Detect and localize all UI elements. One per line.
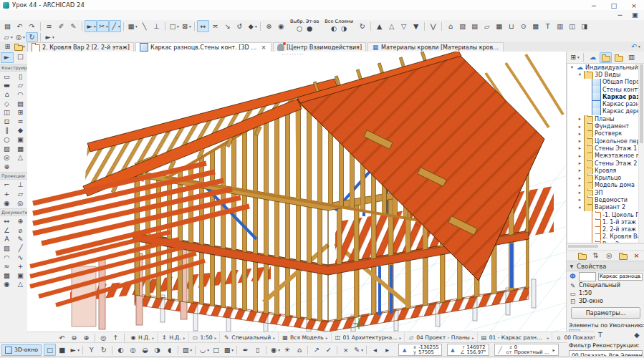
coordinate-tracker[interactable]: ╱ z0 отПроектный ... ▸ <box>494 344 559 356</box>
tree-item[interactable]: ▸ Стены Этаж 1 <box>567 145 644 152</box>
toolbar-button[interactable]: ↺ <box>234 20 246 32</box>
scale-row[interactable]: ▭ 1:50 <box>567 289 644 297</box>
toolbox-tool[interactable]: ▤ <box>15 99 27 108</box>
tree-item[interactable]: ▸ Ведомости <box>567 196 644 203</box>
tree-item[interactable]: ▸ Межэтажное перекрытие <box>567 153 644 160</box>
toolbar-button[interactable]: ▦▾ <box>126 20 138 32</box>
tree-item[interactable]: ▾ ☁ Индивидуальный жилой дом в п <box>567 64 644 71</box>
toolbox-tool[interactable]: ▩ <box>1 271 13 280</box>
tree-item[interactable]: Общая Перспектива <box>567 79 644 86</box>
toolbox-tool[interactable]: ▨ <box>1 144 13 153</box>
toolbar-button[interactable]: ►▾ <box>43 32 55 42</box>
navigator-header-button[interactable] <box>600 52 612 63</box>
view-mode-button[interactable]: ■ <box>56 344 68 356</box>
toolbox-tool[interactable]: ▬ <box>1 81 13 90</box>
view-mode-button[interactable]: ▯ <box>251 344 264 356</box>
view-mode-button[interactable]: ◎ <box>127 344 139 356</box>
tree-item[interactable]: ▾ 3D Виды <box>567 71 644 78</box>
toolbar-button[interactable]: Т <box>542 20 554 32</box>
view-control-button[interactable]: ◎ <box>97 332 110 343</box>
toolbar-button[interactable]: ╲ <box>138 20 150 32</box>
navigator-action-button[interactable]: ⇅ <box>590 251 602 261</box>
view-mode-button[interactable]: ◂ <box>369 344 381 356</box>
tree-expand-arrow[interactable]: ▸ <box>577 131 582 137</box>
tree-item[interactable]: ▸ Стены Этаж 2 <box>567 160 644 167</box>
tree-item[interactable]: ▸ Ростверк <box>567 130 644 137</box>
tree-horizontal-scrollbar[interactable] <box>567 243 644 251</box>
toolbox-tool[interactable]: ▦ <box>15 144 27 153</box>
toolbox-tool[interactable]: + <box>15 262 27 271</box>
3d-model-timber-frame-house[interactable] <box>27 52 566 332</box>
coordinate-tracker[interactable]: ▲ r146972 ∠156,97° <box>447 344 489 356</box>
palette-grip[interactable]: ········· <box>282 52 304 58</box>
quick-option-dropdown[interactable]: ▭ 1:50 <box>189 332 221 343</box>
view-mode-button[interactable]: ◖ <box>163 344 176 356</box>
tree-expand-arrow[interactable]: ▸ <box>577 190 582 195</box>
toolbox-tool[interactable]: ⊞ <box>15 108 27 117</box>
toolbox-tool[interactable]: ◠ <box>1 253 13 262</box>
tree-expand-arrow[interactable]: ▸ <box>577 175 582 181</box>
tab-history-button[interactable]: ↶▾ <box>629 42 641 52</box>
toolbar-button[interactable]: ⊔ <box>505 20 517 32</box>
view-mode-button[interactable]: ⌂ <box>293 344 305 356</box>
view-control-button[interactable]: ⊖ <box>68 332 80 343</box>
tree-item[interactable]: ▸ Крыльцо <box>567 174 644 181</box>
document-tab[interactable]: 2. Кровля Вар 2 [2. 2-й этаж] <box>27 42 134 52</box>
view-mode-button[interactable]: ◑ <box>151 344 163 356</box>
3d-viewport[interactable]: ········· <box>27 52 566 332</box>
toolbar-button[interactable]: ⊥ <box>150 20 163 32</box>
id-field[interactable] <box>598 273 643 281</box>
toolbar-button[interactable]: ▦ <box>493 20 505 32</box>
view-mode-button[interactable]: Y <box>85 344 97 356</box>
quick-option-dropdown[interactable]: ▤ 01 - Каркас разноц... <box>478 332 553 343</box>
tree-expand-arrow[interactable]: ▸ <box>577 124 582 130</box>
tree-item[interactable]: Каркас разноцв. <box>567 100 644 107</box>
close-x-icon[interactable]: × <box>260 44 267 51</box>
navigator-header-button[interactable]: ☁ <box>587 52 599 63</box>
doc-control-button[interactable]: ▣ <box>629 10 641 20</box>
favorites-button[interactable]: ◆ <box>631 329 643 341</box>
id-field-small[interactable] <box>579 272 596 281</box>
tree-item[interactable]: ▸ Модель дома <box>567 182 644 189</box>
toolbox-tool[interactable]: + <box>1 190 13 199</box>
toolbar-button[interactable]: ▩ <box>529 20 542 32</box>
toolbar-button[interactable]: ↷ <box>26 20 38 32</box>
toolbar-button[interactable]: □▾ <box>168 20 180 32</box>
tree-vertical-scrollbar[interactable] <box>638 64 644 243</box>
tree-expand-arrow[interactable]: ▸ <box>577 183 582 188</box>
view-mode-button[interactable]: ▩▾ <box>222 344 234 356</box>
toolbox-tool[interactable]: ⌀ <box>15 226 27 236</box>
toolbar-button[interactable]: ⊗ <box>263 20 275 32</box>
toolbox-tool[interactable]: ▯ <box>15 72 27 82</box>
toolbox-tool[interactable]: ≡ <box>15 117 27 127</box>
navigator-tree[interactable]: ▾ ☁ Индивидуальный жилой дом в п ▾ 3D Ви… <box>567 63 644 243</box>
scrollbar-thumb[interactable] <box>640 64 643 143</box>
toolbox-tool[interactable]: ⌐ <box>1 180 13 190</box>
toolbar-button[interactable]: ◆▾ <box>246 20 258 32</box>
toolbox-tool[interactable]: ▣ <box>15 135 27 145</box>
quick-option-dropdown[interactable]: ✎ Специальный <box>220 332 279 343</box>
toolbar-button[interactable]: ▼ <box>410 20 422 32</box>
toolbar-button[interactable]: ◨ <box>578 20 590 32</box>
tree-expand-arrow[interactable]: ▾ <box>577 72 582 77</box>
toolbar-button[interactable]: ↘ <box>221 20 234 32</box>
quick-option-dropdown[interactable]: ◫ 01 Архитектурна... <box>332 332 405 343</box>
toolbar-button[interactable]: ↶ <box>14 20 26 32</box>
doc-control-button[interactable]: − <box>614 10 626 20</box>
toolbox-tool[interactable]: ⊡ <box>1 117 13 127</box>
view-mode-button[interactable]: ✓ <box>322 344 335 356</box>
toolbox-tool[interactable]: ≈ <box>1 262 13 271</box>
properties-section-header[interactable]: ▾ Свойства <box>567 261 644 271</box>
view-mode-button[interactable]: ✎▾ <box>352 344 364 356</box>
toolbox-tool[interactable]: ◫ <box>1 108 13 117</box>
toolbox-tool[interactable]: ⌂ <box>1 90 13 100</box>
toolbar-button[interactable]: ◫ <box>566 20 578 32</box>
tree-expand-arrow[interactable]: ▸ <box>577 168 582 173</box>
view-mode-button[interactable]: ◡▾ <box>198 344 210 356</box>
toolbox-tool[interactable]: ✎ <box>15 235 27 244</box>
tree-item[interactable]: ▾ Вариант 2 <box>567 204 644 211</box>
toolbox-tool[interactable]: △ <box>15 280 27 289</box>
3d-window-button[interactable]: 3D-окно <box>1 344 42 356</box>
tree-expand-arrow[interactable]: ▾ <box>577 205 582 211</box>
tree-expand-arrow[interactable]: ▸ <box>577 160 582 166</box>
